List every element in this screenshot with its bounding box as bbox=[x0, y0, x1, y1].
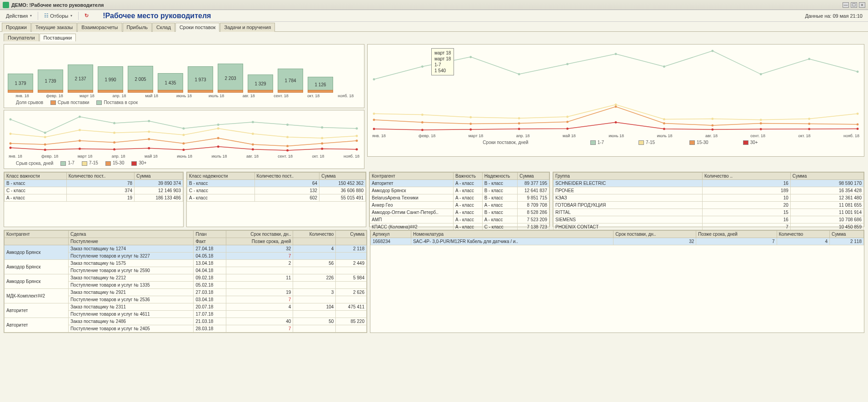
table-deals[interactable]: КонтрагентСделкаПланСрок поставки, дн..К… bbox=[4, 230, 367, 333]
toolbar: Действия ☷ Отборы ↻ !Рабочее место руков… bbox=[0, 10, 868, 22]
svg-point-4 bbox=[148, 120, 150, 122]
table-row[interactable]: SIEMENS1610 708 686 bbox=[554, 216, 864, 223]
svg-point-17 bbox=[217, 128, 219, 130]
svg-point-52 bbox=[760, 73, 762, 75]
table-row[interactable]: C - класс13236 606 880 bbox=[187, 187, 366, 194]
table-row[interactable]: RITTAL1511 001 914 bbox=[554, 208, 864, 216]
svg-point-64 bbox=[808, 118, 810, 120]
svg-point-66 bbox=[373, 119, 375, 121]
svg-point-5 bbox=[183, 128, 185, 130]
table-row[interactable]: BelarusАрена ТехникиA - классB - класс9 … bbox=[370, 194, 549, 201]
svg-point-76 bbox=[857, 123, 859, 125]
svg-point-69 bbox=[518, 122, 520, 124]
svg-point-54 bbox=[857, 70, 859, 73]
table-row[interactable]: Амкодор БрянскЗаказ поставщику № 127427.… bbox=[5, 245, 367, 252]
tab-main-1[interactable]: Текущие заказы bbox=[31, 23, 77, 32]
table-row[interactable]: A - класс60255 015 491 bbox=[187, 194, 366, 201]
table-row[interactable]: Амкодор БрянскЗаказ поставщику № 157513.… bbox=[5, 259, 367, 267]
svg-point-43 bbox=[356, 149, 358, 151]
svg-point-67 bbox=[421, 121, 424, 124]
svg-point-46 bbox=[469, 56, 472, 58]
svg-point-50 bbox=[663, 65, 665, 68]
tab-sub-1[interactable]: Поставщики bbox=[40, 34, 76, 41]
maximize-button[interactable]: ☐ bbox=[851, 2, 857, 8]
tab-main-2[interactable]: Взаиморасчеты bbox=[77, 23, 122, 32]
window-title: ДЕМО: !Рабочее место руководителя bbox=[11, 2, 843, 8]
svg-point-39 bbox=[217, 146, 219, 148]
table-row[interactable]: B - класс7839 890 374 bbox=[5, 179, 183, 187]
tab-main-4[interactable]: Склад bbox=[152, 23, 175, 32]
svg-point-55 bbox=[373, 113, 375, 115]
refresh-button[interactable]: ↻ bbox=[81, 11, 92, 20]
svg-point-72 bbox=[663, 122, 665, 124]
svg-point-83 bbox=[663, 128, 665, 130]
svg-point-22 bbox=[10, 143, 12, 145]
actions-menu[interactable]: Действия bbox=[3, 12, 35, 20]
table-row[interactable]: Амкодор БрянскЗаказ поставщику № 221209.… bbox=[5, 274, 367, 281]
table-row[interactable]: C - класс37412 146 903 bbox=[5, 187, 183, 194]
app-icon bbox=[3, 2, 9, 8]
tab-main-5[interactable]: Сроки поставок bbox=[175, 23, 219, 32]
svg-point-7 bbox=[252, 121, 254, 124]
svg-point-63 bbox=[760, 119, 762, 121]
svg-point-10 bbox=[356, 128, 358, 130]
svg-point-12 bbox=[44, 136, 46, 138]
svg-point-65 bbox=[857, 113, 859, 115]
table-row[interactable]: Амкодор БрянскA - классB - класс12 641 8… bbox=[370, 187, 549, 194]
svg-point-47 bbox=[518, 73, 520, 75]
svg-point-11 bbox=[10, 133, 12, 135]
tab-main-3[interactable]: Прибыль bbox=[123, 23, 152, 32]
filters-menu[interactable]: ☷ Отборы bbox=[41, 11, 75, 20]
svg-point-34 bbox=[44, 149, 46, 151]
table-row[interactable]: АМПA - классA - класс7 523 209 bbox=[370, 216, 549, 223]
svg-point-31 bbox=[321, 143, 323, 145]
close-button[interactable]: × bbox=[859, 2, 865, 8]
svg-point-27 bbox=[183, 143, 185, 145]
bar-chart-share-failures: 1 3791 7392 1371 9902 0051 4351 9732 203… bbox=[4, 44, 364, 108]
status-timestamp: Данные на: 09 мая 21:10 bbox=[805, 13, 863, 19]
svg-point-62 bbox=[711, 118, 713, 120]
line-chart-delay-days: янв. 18февр. 18март 18апр. 18май 18июнь … bbox=[4, 110, 364, 169]
table-row[interactable]: АвторитетA - классB - класс89 377 195 bbox=[370, 179, 549, 187]
table-reliability-class[interactable]: Класс надежностиКоличество пост..СуммаB … bbox=[186, 172, 366, 227]
svg-point-25 bbox=[113, 141, 115, 144]
svg-point-59 bbox=[566, 116, 569, 118]
svg-point-9 bbox=[321, 126, 323, 129]
tab-main-0[interactable]: Продажи bbox=[2, 23, 31, 32]
svg-point-19 bbox=[286, 136, 289, 138]
table-row[interactable]: SCHNEIDER ELECTRIC1698 590 170 bbox=[554, 179, 864, 187]
tab-main-6[interactable]: Задачи и поручения bbox=[220, 23, 275, 32]
table-row[interactable]: Амкодор-Оптим Санкт-Петерб..A - классB -… bbox=[370, 208, 549, 216]
svg-point-84 bbox=[711, 128, 713, 130]
svg-point-79 bbox=[469, 128, 472, 130]
svg-point-24 bbox=[79, 140, 81, 142]
table-row[interactable]: 1668234SAC-4P- 3,0-PUR/M12FR Кабель для … bbox=[371, 238, 864, 245]
tab-sub-0[interactable]: Покупатели bbox=[4, 34, 39, 41]
table-row[interactable]: АвторитетЗаказ поставщику № 248621.03.18… bbox=[5, 318, 367, 325]
table-row[interactable]: КЭАЗ1012 361 480 bbox=[554, 194, 864, 201]
svg-point-21 bbox=[356, 135, 358, 137]
table-row[interactable]: Анкер ГеоA - классA - класс8 709 708 bbox=[370, 201, 549, 208]
svg-point-49 bbox=[615, 53, 617, 55]
table-row[interactable]: ГОТОВАЯ ПРОДУКЦИЯ2011 081 655 bbox=[554, 201, 864, 208]
svg-point-6 bbox=[217, 124, 219, 126]
table-row[interactable]: ПРОЧЕЕ18916 354 428 bbox=[554, 187, 864, 194]
svg-point-30 bbox=[286, 145, 289, 147]
table-counterparty[interactable]: КонтрагентВажностьНадежностьСуммаАвторит… bbox=[369, 172, 550, 227]
svg-point-15 bbox=[148, 131, 150, 133]
svg-point-33 bbox=[10, 147, 12, 149]
minimize-button[interactable]: — bbox=[843, 2, 849, 8]
table-articles[interactable]: АртикулНоменклатураСрок поставки, дн..По… bbox=[370, 230, 864, 333]
table-importance-class[interactable]: Класс важностиКоличество пост..СуммаB - … bbox=[4, 172, 184, 227]
main-tabs: ПродажиТекущие заказыВзаиморасчетыПрибыл… bbox=[0, 22, 868, 32]
svg-point-23 bbox=[44, 144, 46, 146]
table-group[interactable]: ГруппаКоличество ..СуммаSCHNEIDER ELECTR… bbox=[553, 172, 864, 227]
svg-point-40 bbox=[252, 149, 254, 151]
svg-point-53 bbox=[808, 58, 810, 60]
table-row[interactable]: A - класс19186 133 486 bbox=[5, 194, 183, 201]
svg-point-71 bbox=[615, 105, 617, 108]
table-row[interactable]: B - класс64150 452 362 bbox=[187, 179, 366, 187]
svg-point-16 bbox=[183, 134, 185, 136]
table-row[interactable]: МДК-Комплект##2Заказ поставщику № 292127… bbox=[5, 288, 367, 296]
table-row[interactable]: АвторитетЗаказ поставщику № 231120.07.18… bbox=[5, 303, 367, 310]
